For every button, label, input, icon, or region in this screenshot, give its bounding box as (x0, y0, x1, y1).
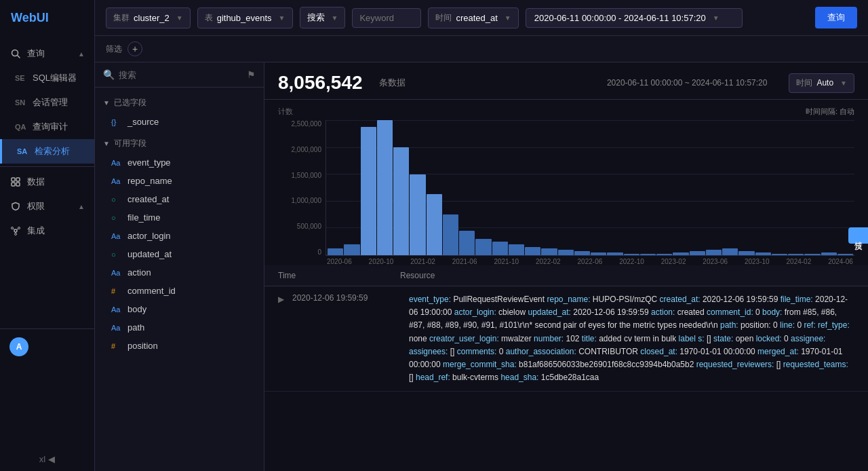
field-filter-icon[interactable]: ⚑ (247, 69, 256, 80)
chart-bar-3[interactable] (377, 120, 393, 255)
field-item-event_type[interactable]: Aa event_type (95, 153, 264, 172)
field-item-comment_id[interactable]: # comment_id (95, 282, 264, 300)
sidebar-item-integration[interactable]: 集成 (0, 219, 94, 243)
chart-bar-7[interactable] (443, 214, 458, 255)
field-key-title: title: (582, 334, 599, 343)
cluster-arrow-icon: ▼ (176, 14, 183, 22)
sidebar-data-label: 数据 (27, 176, 85, 188)
table-row[interactable]: ▶ 2020-12-06 19:59:59 event_type: PullRe… (264, 286, 868, 392)
chart-bar-11[interactable] (509, 244, 524, 255)
chart-bar-27[interactable] (772, 254, 787, 255)
feedback-button[interactable]: 反馈 (848, 227, 868, 244)
result-count-unit: 条数据 (379, 77, 406, 89)
chart-bar-14[interactable] (558, 250, 574, 255)
svg-point-9 (15, 233, 17, 236)
chart-bar-10[interactable] (492, 242, 508, 255)
result-time-select[interactable]: 时间 Auto ▼ (789, 73, 854, 93)
file-time-field-name: file_time (127, 212, 160, 223)
selected-fields-header[interactable]: ▼ 已选字段 (95, 93, 264, 113)
x-tick-6: 2022-06 (578, 258, 603, 265)
field-item-repo_name[interactable]: Aa repo_name (95, 172, 264, 190)
chart-bar-31[interactable] (837, 254, 853, 255)
field-search-input[interactable] (119, 70, 243, 80)
sidebar-qa-prefix: QA (15, 123, 27, 131)
chart-bar-13[interactable] (541, 248, 557, 255)
cluster-value: cluster_2 (134, 13, 170, 23)
field-item-position[interactable]: # position (95, 337, 264, 355)
event-type-field-name: event_type (127, 157, 171, 168)
table-selector[interactable]: 表 github_events ▼ (197, 7, 293, 29)
field-item-file_time[interactable]: ○ file_time (95, 208, 264, 227)
add-filter-button[interactable]: + (127, 41, 142, 56)
chart-bar-24[interactable] (722, 248, 738, 255)
chevron-up-icon: ▲ (78, 50, 85, 58)
field-key-actor_login: actor_login: (454, 307, 498, 317)
position-field-name: position (127, 341, 158, 351)
chart-bar-19[interactable] (640, 254, 656, 255)
chart-bar-2[interactable] (361, 127, 376, 255)
chart-bar-30[interactable] (821, 252, 837, 255)
field-key-path: path: (720, 320, 741, 330)
available-fields-header[interactable]: ▼ 可用字段 (95, 134, 264, 153)
keyword-input-container[interactable] (352, 8, 421, 28)
chart-bar-5[interactable] (410, 174, 425, 255)
chart-bar-18[interactable] (624, 254, 639, 255)
time-range-selector[interactable]: 2020-06-11 00:00:00 - 2024-06-11 10:57:2… (526, 8, 743, 28)
chart-bar-29[interactable] (804, 254, 820, 255)
cluster-selector[interactable]: 集群 cluster_2 ▼ (106, 7, 191, 29)
chart-bar-9[interactable] (475, 239, 491, 255)
time-field-selector[interactable]: 时间 created_at ▼ (428, 7, 518, 29)
chart-container: 计数 时间间隔: 自动 2,500,000 2,000,000 1,500,00… (264, 100, 868, 265)
sidebar-item-permissions[interactable]: 权限 ▲ (0, 194, 94, 219)
sidebar-item-search-analysis[interactable]: SA 检索分析 (0, 139, 94, 164)
chart-bar-22[interactable] (690, 251, 705, 255)
sidebar: WebUI 查询 ▲ SE SQL编辑器 SN 会话管理 QA 查询审计 SA … (0, 0, 95, 471)
chart-bar-4[interactable] (393, 147, 409, 255)
available-fields-label: 可用字段 (114, 138, 146, 149)
field-item-actor_login[interactable]: Aa actor_login (95, 227, 264, 245)
field-item-action[interactable]: Aa action (95, 263, 264, 282)
row-expand-icon[interactable]: ▶ (278, 295, 284, 304)
x-tick-3: 2021-06 (452, 258, 477, 265)
chart-bar-12[interactable] (525, 247, 540, 255)
sidebar-item-query[interactable]: 查询 ▲ (0, 41, 94, 66)
chart-bar-26[interactable] (755, 252, 771, 255)
chart-bar-20[interactable] (656, 254, 672, 255)
actor-login-field-name: actor_login (127, 231, 171, 241)
text-type-icon-4: Aa (111, 269, 122, 277)
sidebar-item-audit[interactable]: QA 查询审计 (0, 115, 94, 139)
chart-bar-21[interactable] (673, 252, 688, 255)
x-tick-1: 2020-10 (369, 258, 394, 265)
chart-bar-8[interactable] (459, 231, 475, 255)
chart-bar-28[interactable] (788, 254, 804, 255)
chart-bar-16[interactable] (591, 252, 606, 255)
chart-bar-1[interactable] (344, 244, 359, 255)
field-key-line: line: (780, 320, 797, 330)
sidebar-item-sql-editor[interactable]: SE SQL编辑器 (0, 66, 94, 90)
search-type-selector[interactable]: 搜索 ▼ (300, 7, 346, 29)
x-tick-4: 2021-10 (494, 258, 519, 265)
chart-bar-6[interactable] (427, 194, 442, 255)
chart-bar-15[interactable] (574, 251, 590, 255)
results-table: Time Resource ▶ 2020-12-06 19:59:59 even… (264, 265, 868, 471)
field-item-body[interactable]: Aa body (95, 300, 264, 318)
logo-suffix: UI (37, 11, 49, 24)
chart-bar-23[interactable] (706, 250, 722, 255)
x-tick-5: 2022-02 (536, 258, 561, 265)
field-item-created_at[interactable]: ○ created_at (95, 190, 264, 208)
chart-bar-0[interactable] (328, 248, 343, 255)
field-item-path[interactable]: Aa path (95, 318, 264, 337)
keyword-input[interactable] (359, 13, 414, 23)
sidebar-item-session[interactable]: SN 会话管理 (0, 90, 94, 115)
sidebar-query-label: 查询 (27, 48, 73, 60)
col-resource-header: Resource (400, 271, 854, 280)
field-item-source[interactable]: {} _source (95, 113, 264, 131)
sidebar-collapse-btn[interactable]: xl ◀ (0, 447, 94, 471)
chart-bar-25[interactable] (738, 251, 754, 255)
sidebar-item-data[interactable]: 数据 (0, 170, 94, 194)
result-time-range: 2020-06-11 00:00:00 ~ 2024-06-11 10:57:2… (607, 78, 768, 88)
field-item-updated_at[interactable]: ○ updated_at (95, 245, 264, 263)
query-button[interactable]: 查询 (815, 7, 857, 29)
num-type-icon-1: # (111, 287, 122, 295)
chart-bar-17[interactable] (607, 252, 623, 255)
